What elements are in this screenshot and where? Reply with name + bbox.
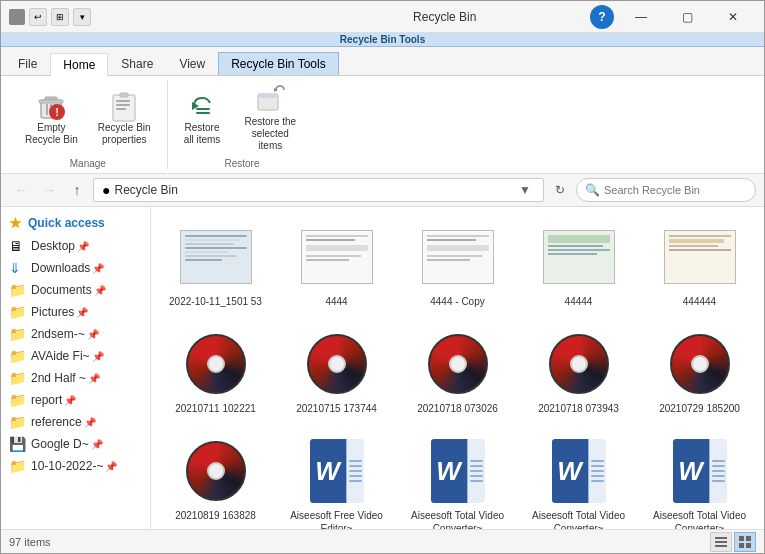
tab-recycle-bin-tools[interactable]: Recycle Bin Tools <box>218 52 339 75</box>
status-bar: 97 items <box>1 529 764 553</box>
drive-icon: 💾 <box>9 436 25 452</box>
svg-rect-21 <box>715 541 727 543</box>
file-item-f3[interactable]: 4444 - Copy <box>401 215 514 314</box>
svg-rect-11 <box>116 104 130 106</box>
pin-icon-dl: 📌 <box>92 263 104 274</box>
contextual-tab-label: Recycle Bin Tools <box>1 34 764 45</box>
file-name-f1: 2022-10-11_1501 53 <box>169 295 262 308</box>
back-button[interactable]: ← <box>9 178 33 202</box>
tab-share[interactable]: Share <box>108 52 166 75</box>
file-name-f6: 20210711 102221 <box>175 402 256 415</box>
file-name-f10: 20210729 185200 <box>659 402 740 415</box>
file-item-f2[interactable]: 4444 <box>280 215 393 314</box>
sidebar-quick-access-header[interactable]: ★ Quick access <box>1 211 150 235</box>
file-item-f12[interactable]: W Aiseesoft Free Video Editor~ <box>280 429 393 529</box>
file-item-f13[interactable]: W Aiseesoft Total Video Converter~ <box>401 429 514 529</box>
search-input[interactable] <box>604 184 747 196</box>
file-name-f14: Aiseesoft Total Video Converter~ <box>529 509 629 529</box>
qa-dropdown-button[interactable]: ▾ <box>73 8 91 26</box>
file-item-f4[interactable]: 44444 <box>522 215 635 314</box>
restore-selected-items-icon <box>254 84 286 116</box>
up-button[interactable]: ↑ <box>65 178 89 202</box>
folder-icon-1010: 📁 <box>9 458 25 474</box>
file-item-f1[interactable]: 2022-10-11_1501 53 <box>159 215 272 314</box>
sidebar-item-avaide[interactable]: 📁 AVAide Fi~ 📌 <box>1 345 150 367</box>
sidebar-item-2ndsem[interactable]: 📁 2ndsem-~ 📌 <box>1 323 150 345</box>
recycle-bin-properties-button[interactable]: Recycle Binproperties <box>90 86 159 150</box>
title-bar: ↩ ⊞ ▾ Recycle Bin ? — ▢ ✕ <box>1 1 764 33</box>
sidebar-item-reference[interactable]: 📁 reference 📌 <box>1 411 150 433</box>
sidebar-item-2ndhalf[interactable]: 📁 2nd Half ~ 📌 <box>1 367 150 389</box>
file-icon-f10 <box>664 328 736 400</box>
restore-group-label: Restore <box>176 158 309 169</box>
file-area[interactable]: 2022-10-11_1501 53 4444 <box>151 207 764 529</box>
svg-rect-13 <box>120 93 128 97</box>
refresh-button[interactable]: ↻ <box>548 178 572 202</box>
restore-selected-items-label: Restore theselected items <box>240 116 300 152</box>
restore-all-items-button[interactable]: Restoreall items <box>176 86 229 150</box>
restore-selected-items-button[interactable]: Restore theselected items <box>232 80 308 156</box>
file-icon-f7 <box>301 328 373 400</box>
pin-icon-ref: 📌 <box>84 417 96 428</box>
grid-view-button[interactable] <box>734 532 756 552</box>
app-icon <box>9 9 25 25</box>
properties-qa-button[interactable]: ⊞ <box>51 8 69 26</box>
file-item-f10[interactable]: 20210729 185200 <box>643 322 756 421</box>
downloads-icon: ⇓ <box>9 260 25 276</box>
address-dropdown-icon[interactable]: ▼ <box>515 183 535 197</box>
sidebar-item-1010[interactable]: 📁 10-10-2022-~ 📌 <box>1 455 150 477</box>
restore-all-items-icon <box>186 90 218 122</box>
svg-rect-3 <box>39 100 63 103</box>
file-icon-f6 <box>180 328 252 400</box>
address-box[interactable]: ● Recycle Bin ▼ <box>93 178 544 202</box>
sidebar-googled-label: Google D~ <box>31 437 89 451</box>
close-button[interactable]: ✕ <box>710 1 756 33</box>
window-controls-group: ? — ▢ ✕ <box>590 1 756 33</box>
sidebar-quick-access-section: ★ Quick access 🖥 Desktop 📌 ⇓ Downloads 📌… <box>1 207 150 481</box>
file-icon-f8 <box>422 328 494 400</box>
file-name-f8: 20210718 073026 <box>417 402 498 415</box>
sidebar: ★ Quick access 🖥 Desktop 📌 ⇓ Downloads 📌… <box>1 207 151 529</box>
forward-button[interactable]: → <box>37 178 61 202</box>
file-item-f6[interactable]: 20210711 102221 <box>159 322 272 421</box>
sidebar-item-pictures[interactable]: 📁 Pictures 📌 <box>1 301 150 323</box>
svg-rect-20 <box>715 537 727 539</box>
tab-view[interactable]: View <box>166 52 218 75</box>
file-name-f5: 444444 <box>683 295 716 308</box>
sidebar-item-report[interactable]: 📁 report 📌 <box>1 389 150 411</box>
file-item-f8[interactable]: 20210718 073026 <box>401 322 514 421</box>
file-name-f7: 20210715 173744 <box>296 402 377 415</box>
undo-button[interactable]: ↩ <box>29 8 47 26</box>
window-title: Recycle Bin <box>300 10 591 24</box>
documents-icon: 📁 <box>9 282 25 298</box>
help-button[interactable]: ? <box>590 5 614 29</box>
sidebar-item-googled[interactable]: 💾 Google D~ 📌 <box>1 433 150 455</box>
file-item-f9[interactable]: 20210718 073943 <box>522 322 635 421</box>
file-icon-f9 <box>543 328 615 400</box>
tab-file[interactable]: File <box>5 52 50 75</box>
file-item-f5[interactable]: 444444 <box>643 215 756 314</box>
file-item-f11[interactable]: 20210819 163828 <box>159 429 272 529</box>
file-item-f14[interactable]: W Aiseesoft Total Video Converter~ <box>522 429 635 529</box>
file-item-f7[interactable]: 20210715 173744 <box>280 322 393 421</box>
restore-group-items: Restoreall items Restore theselected ite… <box>176 80 309 156</box>
svg-rect-18 <box>258 94 278 98</box>
tab-home[interactable]: Home <box>50 53 108 76</box>
empty-recycle-bin-icon: ! <box>35 90 67 122</box>
sidebar-item-documents[interactable]: 📁 Documents 📌 <box>1 279 150 301</box>
empty-recycle-bin-button[interactable]: ! EmptyRecycle Bin <box>17 86 86 150</box>
pin-icon-doc: 📌 <box>94 285 106 296</box>
window: ↩ ⊞ ▾ Recycle Bin ? — ▢ ✕ Recycle Bin To… <box>0 0 765 554</box>
list-view-button[interactable] <box>710 532 732 552</box>
file-icon-f15: W <box>664 435 736 507</box>
file-name-f11: 20210819 163828 <box>175 509 256 522</box>
sidebar-item-desktop[interactable]: 🖥 Desktop 📌 <box>1 235 150 257</box>
svg-rect-15 <box>196 108 210 110</box>
svg-rect-23 <box>739 536 744 541</box>
main-content: ★ Quick access 🖥 Desktop 📌 ⇓ Downloads 📌… <box>1 207 764 529</box>
search-box[interactable]: 🔍 <box>576 178 756 202</box>
file-item-f15[interactable]: W Aiseesoft Total Video Converter~ <box>643 429 756 529</box>
maximize-button[interactable]: ▢ <box>664 1 710 33</box>
sidebar-item-downloads[interactable]: ⇓ Downloads 📌 <box>1 257 150 279</box>
minimize-button[interactable]: — <box>618 1 664 33</box>
